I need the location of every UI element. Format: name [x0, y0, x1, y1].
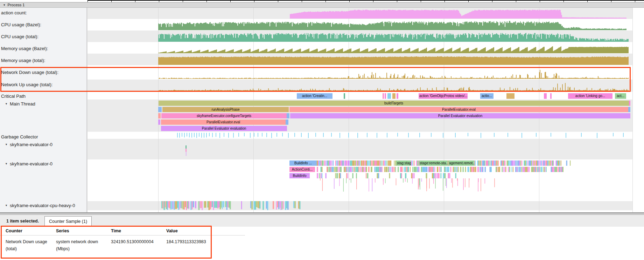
- main-thread-slice[interactable]: ParallelEvaluator.eval: [161, 119, 286, 125]
- main-thread-slice[interactable]: runAnalysisPhase: [162, 107, 289, 112]
- evaluator-slice: [405, 173, 406, 178]
- sidebar-track-action-count[interactable]: action count:: [0, 9, 87, 16]
- collapse-arrow-icon[interactable]: ▾: [3, 162, 10, 165]
- sidebar-track-main-thread[interactable]: ▾Main Thread: [0, 101, 89, 107]
- critical-path-slice[interactable]: [392, 93, 396, 99]
- gc-tick: [323, 133, 324, 137]
- sidebar-track-network-up-usage-total[interactable]: Network Up usage (total):: [0, 81, 87, 88]
- evaluator-slice: [379, 160, 380, 166]
- evaluator-named-slice[interactable]: ActionConti...: [289, 167, 315, 172]
- sidebar-track-garbage-collector[interactable]: Garbage Collector: [0, 134, 87, 140]
- evaluator-slice: [522, 167, 523, 172]
- critical-path-slice[interactable]: [385, 93, 386, 99]
- evaluator-slice: [439, 167, 440, 172]
- evaluator-slice: [540, 167, 540, 172]
- evaluator-slice: [448, 173, 449, 178]
- evaluator-slice: [537, 160, 539, 166]
- critical-path-slice[interactable]: [550, 93, 552, 99]
- collapse-arrow-icon[interactable]: ▾: [3, 102, 10, 105]
- evaluator-slice: [498, 160, 499, 166]
- evaluator-drip: [412, 178, 413, 184]
- critical-path-slice[interactable]: actio...: [480, 93, 493, 99]
- main-thread-slice[interactable]: Parallel Evaluator evaluation: [161, 126, 287, 131]
- gc-tick: [194, 133, 195, 137]
- track-name: Network Down usage (total):: [1, 70, 58, 75]
- main-thread-slice[interactable]: [158, 107, 162, 112]
- main-thread-slice[interactable]: [286, 119, 288, 125]
- sidebar-track-memory-usage-bazel[interactable]: Memory usage (Bazel):: [0, 45, 87, 52]
- sidebar-track-cpu-usage-bazel[interactable]: CPU usage (Bazel):: [0, 21, 87, 28]
- gc-tick: [551, 133, 551, 137]
- counter-sample-table: Counter Series Time Value Network Down u…: [0, 227, 245, 252]
- critical-path-slice[interactable]: action 'Creatin...: [297, 93, 332, 99]
- evaluator-drip: [407, 178, 408, 183]
- evaluator-slice: [527, 160, 528, 166]
- evaluator-slice: [551, 160, 552, 166]
- sidebar-track-memory-usage-total[interactable]: Memory usage (total):: [0, 57, 87, 63]
- critical-path-slice[interactable]: [383, 93, 384, 99]
- track-name: Critical Path: [1, 94, 26, 99]
- cpu-heavy-slice: [193, 201, 194, 207]
- evaluator-slice: [348, 167, 349, 172]
- gc-tick: [315, 133, 316, 137]
- tab-counter-sample[interactable]: Counter Sample (1): [44, 216, 92, 227]
- track-name: Memory usage (total):: [1, 58, 45, 63]
- cpu-heavy-slice: [279, 201, 280, 208]
- sidebar-track-critical-path[interactable]: Critical Path: [0, 93, 87, 99]
- evaluator-named-slice[interactable]: agement.remot...: [448, 160, 474, 166]
- table-row[interactable]: Network Down usage (total) system networ…: [0, 235, 245, 252]
- sidebar-track-skyframe-evaluator-0[interactable]: ▾skyframe-evaluator-0: [0, 141, 89, 148]
- evaluator-named-slice[interactable]: BuildInfo ...: [289, 160, 317, 166]
- main-thread-slice[interactable]: ParallelEvaluator.eval: [289, 107, 628, 112]
- critical-path-slice[interactable]: act...: [615, 93, 626, 99]
- table-header-row: Counter Series Time Value: [0, 227, 245, 235]
- cpu-heavy-slice: [273, 201, 274, 209]
- evaluator-slice: [557, 167, 558, 172]
- collapse-arrow-icon[interactable]: ▾: [3, 204, 10, 207]
- evaluator-slice: [394, 160, 395, 166]
- evaluator-named-slice[interactable]: BuildInfo: [289, 173, 310, 178]
- main-thread-slice[interactable]: buildTargets: [159, 101, 629, 106]
- sidebar-track-cpu-usage-total[interactable]: CPU usage (total):: [0, 33, 87, 40]
- critical-path-slice[interactable]: action 'GenObjcProtos video/...: [419, 93, 468, 99]
- main-thread-slice[interactable]: [158, 113, 161, 118]
- evaluator-slice: [517, 160, 518, 166]
- critical-path-slice[interactable]: [387, 93, 391, 99]
- critical-path-slice[interactable]: [344, 93, 345, 99]
- sidebar-track-skyframe-evaluator-cpu-heavy-0[interactable]: ▾skyframe-evaluator-cpu-heavy-0: [0, 202, 89, 208]
- timeline-canvas[interactable]: [0, 0, 644, 212]
- main-thread-slice[interactable]: [628, 107, 630, 112]
- critical-path-slice[interactable]: action 'Linking go...: [568, 93, 612, 99]
- cell-counter: Network Down usage (total): [6, 238, 56, 252]
- critical-path-slice[interactable]: [397, 93, 398, 99]
- collapse-arrow-icon[interactable]: ▾: [3, 143, 10, 146]
- evaluator-slice: [505, 167, 506, 172]
- evaluator-named-slice[interactable]: stag:stag...: [396, 160, 411, 166]
- main-thread-slice[interactable]: [158, 119, 160, 125]
- main-thread-slice[interactable]: skyframeExecutor.configureTargets: [161, 113, 287, 118]
- gc-tick: [191, 133, 192, 138]
- evaluator-slice: [536, 167, 537, 172]
- gc-tick: [340, 133, 340, 138]
- main-thread-slice[interactable]: Parallel Evaluator evaluation: [290, 113, 630, 118]
- evaluator-named-slice[interactable]: stage:remote-sta...: [419, 160, 448, 166]
- evaluator-slice: [340, 160, 341, 166]
- track-sidebar: action count:CPU usage (Bazel):CPU usage…: [0, 7, 87, 212]
- critical-path-slice[interactable]: [506, 93, 514, 99]
- evaluator-slice: [520, 167, 521, 172]
- counter-series-mem_total[interactable]: [158, 56, 629, 65]
- collapse-arrow-icon[interactable]: ▾: [4, 3, 5, 7]
- panel-divider[interactable]: [0, 212, 644, 215]
- evaluator-slice: [444, 173, 446, 178]
- main-thread-slice[interactable]: [629, 101, 630, 106]
- sidebar-track-network-down-usage-total[interactable]: Network Down usage (total):: [0, 69, 87, 75]
- critical-path-slice[interactable]: [544, 93, 547, 99]
- sidebar-track-skyframe-evaluator-0[interactable]: ▾skyframe-evaluator-0: [0, 160, 89, 167]
- evaluator-drip: [320, 178, 321, 180]
- process-header[interactable]: ▾ Process 1: [0, 2, 644, 8]
- main-thread-slice[interactable]: [287, 113, 289, 118]
- evaluator-slice: [436, 173, 436, 178]
- evaluator-slice: [541, 160, 542, 166]
- evaluator-slice: [512, 167, 512, 172]
- evaluator-slice: [387, 160, 387, 166]
